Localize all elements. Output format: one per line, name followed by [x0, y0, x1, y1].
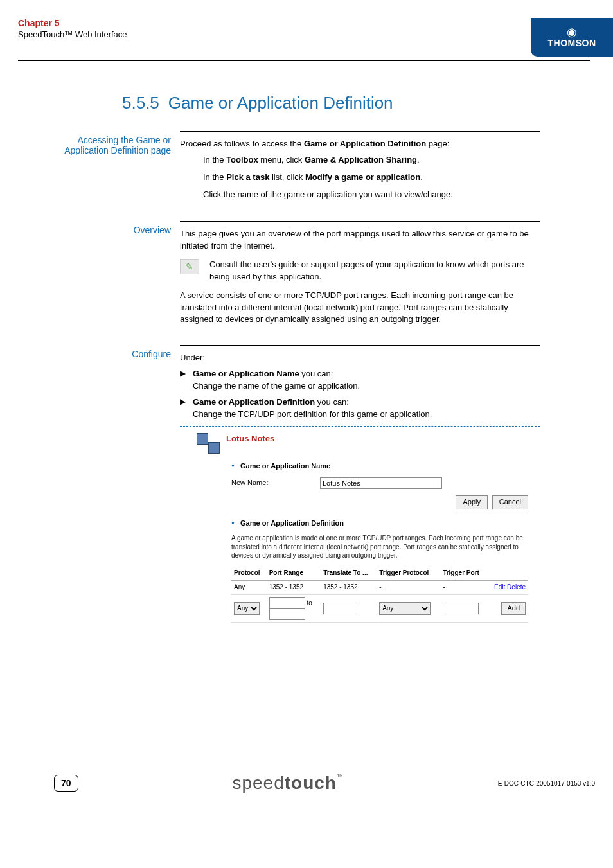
- dot-icon: ●: [231, 461, 240, 470]
- th-trigger-protocol: Trigger Protocol: [377, 567, 440, 581]
- cell-trigger-port: -: [440, 580, 487, 594]
- configure-bullet-1: Game or Application Name you can: Change…: [193, 368, 540, 393]
- overview-consult: Consult the user's guide or support page…: [209, 259, 540, 283]
- delete-link[interactable]: Delete: [507, 583, 526, 590]
- header-rule: [18, 60, 590, 61]
- overview-p1: This page gives you an overview of the p…: [180, 228, 540, 252]
- edit-link[interactable]: Edit: [494, 583, 505, 590]
- dashed-rule: [180, 426, 540, 427]
- table-row-add: Any to: [231, 594, 528, 622]
- note-icon: ✎: [180, 259, 199, 274]
- new-name-label: New Name:: [231, 478, 320, 488]
- cell-trigger-protocol: -: [377, 580, 440, 594]
- cell-protocol: Any: [231, 580, 267, 594]
- port-from-input[interactable]: [269, 597, 305, 608]
- table-row: Any 1352 - 1352 1352 - 1352 - - Edit Del…: [231, 580, 528, 594]
- bullet-icon: ▶: [180, 368, 193, 379]
- side-label-overview: Overview: [54, 221, 180, 330]
- doc-id: E-DOC-CTC-20051017-0153 v1.0: [498, 780, 595, 787]
- trigger-protocol-select[interactable]: Any: [379, 602, 431, 615]
- chapter-title: Chapter 5: [18, 18, 127, 28]
- side-label-access: Accessing the Game or Application Defini…: [54, 131, 180, 206]
- brand-label: THOMSON: [547, 38, 596, 48]
- to-label: to: [306, 599, 312, 606]
- page-number: 70: [54, 775, 78, 792]
- overview-p2: A service consists of one or more TCP/UD…: [180, 290, 540, 326]
- protocol-select[interactable]: Any: [234, 602, 260, 615]
- trigger-port-input[interactable]: [443, 603, 479, 614]
- section-title: 5.5.5Game or Application Definition: [122, 93, 613, 113]
- app-icon: [194, 430, 226, 459]
- side-label-configure: Configure: [54, 345, 180, 623]
- access-step-1: In the Toolbox menu, click Game & Applic…: [203, 154, 540, 166]
- section-number: 5.5.5: [122, 93, 159, 112]
- panel-name-section: Game or Application Name: [240, 461, 330, 472]
- port-to-input[interactable]: [269, 608, 305, 620]
- translate-to-input[interactable]: [323, 603, 359, 614]
- access-step-3: Click the name of the game or applicatio…: [203, 189, 540, 201]
- chapter-subtitle: SpeedTouch™ Web Interface: [18, 30, 127, 39]
- configure-under: Under:: [180, 352, 540, 364]
- access-intro: Proceed as follows to access the Game or…: [180, 138, 540, 150]
- panel-title: Lotus Notes: [226, 433, 528, 445]
- brand-badge: ◉ THOMSON: [531, 18, 613, 57]
- brand-icon: ◉: [567, 26, 577, 38]
- cancel-button[interactable]: Cancel: [492, 495, 528, 509]
- th-protocol: Protocol: [231, 567, 267, 581]
- add-button[interactable]: Add: [501, 602, 526, 615]
- configure-bullet-2: Game or Application Definition you can: …: [193, 396, 540, 421]
- panel-def-section: Game or Application Definition: [240, 518, 344, 529]
- block-rule: [180, 345, 540, 346]
- panel-def-desc: A game or application is made of one or …: [231, 534, 528, 560]
- th-translate-to: Translate To ...: [321, 567, 377, 581]
- definition-table: Protocol Port Range Translate To ... Tri…: [231, 567, 528, 623]
- cell-translate-to: 1352 - 1352: [321, 580, 377, 594]
- th-trigger-port: Trigger Port: [440, 567, 487, 581]
- apply-button[interactable]: Apply: [456, 495, 488, 509]
- bullet-icon: ▶: [180, 396, 193, 407]
- cell-port-range: 1352 - 1352: [267, 580, 321, 594]
- th-port-range: Port Range: [267, 567, 321, 581]
- section-name: Game or Application Definition: [168, 93, 393, 112]
- new-name-input[interactable]: [320, 477, 442, 489]
- dot-icon: ●: [231, 518, 240, 527]
- speedtouch-logo: speedtouch™: [232, 773, 344, 793]
- access-step-2: In the Pick a task list, click Modify a …: [203, 172, 540, 184]
- block-rule: [180, 221, 540, 222]
- block-rule: [180, 131, 540, 132]
